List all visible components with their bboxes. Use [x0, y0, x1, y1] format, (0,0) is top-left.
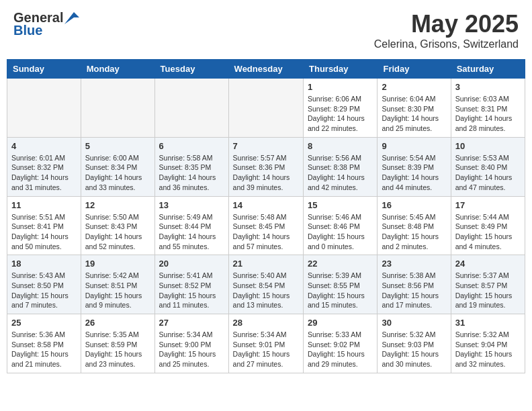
day-info: Sunrise: 5:36 AMSunset: 8:58 PMDaylight:… [11, 330, 77, 369]
calendar-day-cell: 26Sunrise: 5:35 AMSunset: 8:59 PMDayligh… [81, 314, 154, 373]
calendar-day-cell: 29Sunrise: 5:33 AMSunset: 9:02 PMDayligh… [304, 314, 378, 373]
weekday-header-thursday: Thursday [304, 60, 378, 79]
day-info: Sunrise: 5:53 AMSunset: 8:40 PMDaylight:… [455, 153, 521, 193]
calendar-week-row: 4Sunrise: 6:01 AMSunset: 8:32 PMDaylight… [7, 137, 525, 196]
calendar-week-row: 18Sunrise: 5:43 AMSunset: 8:50 PMDayligh… [7, 255, 525, 314]
day-info: Sunrise: 5:42 AMSunset: 8:51 PMDaylight:… [85, 271, 150, 310]
day-number: 25 [11, 318, 77, 328]
calendar-day-cell: 8Sunrise: 5:56 AMSunset: 8:38 PMDaylight… [304, 137, 378, 196]
calendar-day-cell: 11Sunrise: 5:51 AMSunset: 8:41 PMDayligh… [7, 196, 81, 255]
calendar-day-cell: 16Sunrise: 5:45 AMSunset: 8:48 PMDayligh… [378, 196, 451, 255]
day-number: 21 [233, 259, 299, 269]
day-number: 8 [308, 141, 373, 151]
weekday-header-row: SundayMondayTuesdayWednesdayThursdayFrid… [7, 60, 525, 79]
weekday-header-saturday: Saturday [451, 60, 525, 79]
calendar-day-cell: 24Sunrise: 5:37 AMSunset: 8:57 PMDayligh… [451, 255, 525, 314]
weekday-header-friday: Friday [378, 60, 451, 79]
day-info: Sunrise: 6:06 AMSunset: 8:29 PMDaylight:… [308, 94, 373, 134]
calendar-day-cell: 5Sunrise: 6:00 AMSunset: 8:34 PMDaylight… [81, 137, 154, 196]
day-number: 5 [85, 141, 150, 151]
day-info: Sunrise: 5:34 AMSunset: 9:00 PMDaylight:… [159, 330, 224, 369]
day-number: 23 [382, 259, 446, 269]
calendar-day-cell: 15Sunrise: 5:46 AMSunset: 8:46 PMDayligh… [304, 196, 378, 255]
day-info: Sunrise: 5:35 AMSunset: 8:59 PMDaylight:… [85, 330, 150, 369]
day-info: Sunrise: 5:50 AMSunset: 8:43 PMDaylight:… [85, 212, 150, 252]
day-info: Sunrise: 5:54 AMSunset: 8:39 PMDaylight:… [382, 153, 446, 193]
day-number: 7 [233, 141, 299, 151]
day-info: Sunrise: 5:40 AMSunset: 8:54 PMDaylight:… [233, 271, 299, 310]
day-number: 6 [159, 141, 224, 151]
day-info: Sunrise: 6:00 AMSunset: 8:34 PMDaylight:… [85, 153, 150, 193]
day-number: 19 [85, 259, 150, 269]
day-number: 4 [11, 141, 77, 151]
day-info: Sunrise: 5:45 AMSunset: 8:48 PMDaylight:… [382, 212, 446, 252]
month-title: May 2025 [374, 10, 519, 38]
day-info: Sunrise: 5:57 AMSunset: 8:36 PMDaylight:… [233, 153, 299, 193]
title-area: May 2025 Celerina, Grisons, Switzerland [374, 10, 519, 50]
day-info: Sunrise: 5:56 AMSunset: 8:38 PMDaylight:… [308, 153, 373, 193]
day-number: 30 [382, 318, 446, 328]
calendar-day-cell: 25Sunrise: 5:36 AMSunset: 8:58 PMDayligh… [7, 314, 81, 373]
calendar-day-cell: 4Sunrise: 6:01 AMSunset: 8:32 PMDaylight… [7, 137, 81, 196]
day-number: 2 [382, 82, 446, 92]
day-number: 28 [233, 318, 299, 328]
day-info: Sunrise: 5:43 AMSunset: 8:50 PMDaylight:… [11, 271, 77, 310]
calendar-table: SundayMondayTuesdayWednesdayThursdayFrid… [7, 59, 525, 373]
calendar-day-cell: 17Sunrise: 5:44 AMSunset: 8:49 PMDayligh… [451, 196, 525, 255]
day-number: 26 [85, 318, 150, 328]
day-info: Sunrise: 5:44 AMSunset: 8:49 PMDaylight:… [455, 212, 521, 252]
day-number: 3 [455, 82, 521, 92]
calendar-day-cell: 7Sunrise: 5:57 AMSunset: 8:36 PMDaylight… [228, 137, 303, 196]
day-number: 11 [11, 200, 77, 210]
svg-marker-0 [64, 12, 79, 24]
location-subtitle: Celerina, Grisons, Switzerland [374, 38, 519, 50]
day-info: Sunrise: 5:46 AMSunset: 8:46 PMDaylight:… [308, 212, 373, 252]
calendar-day-cell: 31Sunrise: 5:32 AMSunset: 9:04 PMDayligh… [451, 314, 525, 373]
calendar-day-cell: 27Sunrise: 5:34 AMSunset: 9:00 PMDayligh… [154, 314, 228, 373]
weekday-header-sunday: Sunday [7, 60, 81, 79]
day-number: 9 [382, 141, 446, 151]
calendar-day-cell: 14Sunrise: 5:48 AMSunset: 8:45 PMDayligh… [228, 196, 303, 255]
day-info: Sunrise: 5:33 AMSunset: 9:02 PMDaylight:… [308, 330, 373, 369]
calendar-week-row: 11Sunrise: 5:51 AMSunset: 8:41 PMDayligh… [7, 196, 525, 255]
calendar-day-cell: 3Sunrise: 6:03 AMSunset: 8:31 PMDaylight… [451, 79, 525, 138]
calendar-day-cell: 6Sunrise: 5:58 AMSunset: 8:35 PMDaylight… [154, 137, 228, 196]
day-info: Sunrise: 6:03 AMSunset: 8:31 PMDaylight:… [455, 94, 521, 134]
day-number: 13 [159, 200, 224, 210]
day-number: 1 [308, 82, 373, 92]
day-number: 27 [159, 318, 224, 328]
logo-blue-text: Blue [13, 23, 42, 38]
day-number: 10 [455, 141, 521, 151]
day-info: Sunrise: 5:58 AMSunset: 8:35 PMDaylight:… [159, 153, 224, 193]
day-number: 17 [455, 200, 521, 210]
calendar-day-cell: 20Sunrise: 5:41 AMSunset: 8:52 PMDayligh… [154, 255, 228, 314]
calendar-day-cell: 13Sunrise: 5:49 AMSunset: 8:44 PMDayligh… [154, 196, 228, 255]
day-info: Sunrise: 5:41 AMSunset: 8:52 PMDaylight:… [159, 271, 224, 310]
calendar-day-cell [228, 79, 303, 138]
calendar-day-cell: 22Sunrise: 5:39 AMSunset: 8:55 PMDayligh… [304, 255, 378, 314]
day-number: 12 [85, 200, 150, 210]
day-info: Sunrise: 5:37 AMSunset: 8:57 PMDaylight:… [455, 271, 521, 310]
calendar-day-cell: 19Sunrise: 5:42 AMSunset: 8:51 PMDayligh… [81, 255, 154, 314]
calendar-week-row: 25Sunrise: 5:36 AMSunset: 8:58 PMDayligh… [7, 314, 525, 373]
day-info: Sunrise: 5:32 AMSunset: 9:03 PMDaylight:… [382, 330, 446, 369]
day-info: Sunrise: 5:32 AMSunset: 9:04 PMDaylight:… [455, 330, 521, 369]
day-number: 16 [382, 200, 446, 210]
day-number: 29 [308, 318, 373, 328]
day-info: Sunrise: 5:49 AMSunset: 8:44 PMDaylight:… [159, 212, 224, 252]
day-info: Sunrise: 6:04 AMSunset: 8:30 PMDaylight:… [382, 94, 446, 134]
calendar-day-cell: 21Sunrise: 5:40 AMSunset: 8:54 PMDayligh… [228, 255, 303, 314]
calendar-day-cell: 28Sunrise: 5:34 AMSunset: 9:01 PMDayligh… [228, 314, 303, 373]
page-header: General Blue May 2025 Celerina, Grisons,… [7, 7, 525, 54]
calendar-day-cell: 10Sunrise: 5:53 AMSunset: 8:40 PMDayligh… [451, 137, 525, 196]
day-number: 24 [455, 259, 521, 269]
day-info: Sunrise: 5:48 AMSunset: 8:45 PMDaylight:… [233, 212, 299, 252]
calendar-day-cell [154, 79, 228, 138]
calendar-day-cell: 2Sunrise: 6:04 AMSunset: 8:30 PMDaylight… [378, 79, 451, 138]
calendar-day-cell: 9Sunrise: 5:54 AMSunset: 8:39 PMDaylight… [378, 137, 451, 196]
day-info: Sunrise: 5:51 AMSunset: 8:41 PMDaylight:… [11, 212, 77, 252]
day-info: Sunrise: 5:38 AMSunset: 8:56 PMDaylight:… [382, 271, 446, 310]
day-number: 20 [159, 259, 224, 269]
calendar-day-cell [81, 79, 154, 138]
logo-bird-icon [64, 12, 79, 24]
